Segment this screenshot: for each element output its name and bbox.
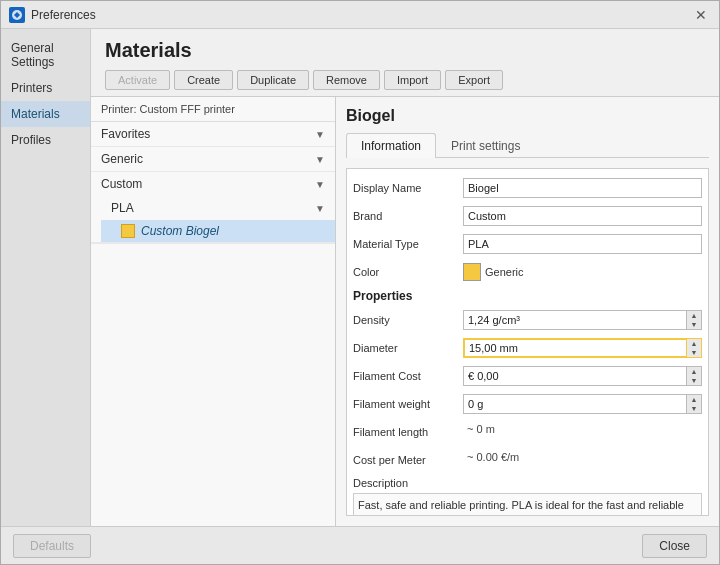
color-control: Generic [463, 263, 524, 281]
export-button[interactable]: Export [445, 70, 503, 90]
tree-group-favorites-label: Favorites [101, 127, 150, 141]
tree-item-custom-biogel[interactable]: Custom Biogel [101, 220, 335, 242]
density-label: Density [353, 314, 463, 326]
filament-cost-spinner-buttons: ▲ ▼ [686, 366, 702, 386]
page-title: Materials [105, 39, 705, 62]
brand-row: Brand [353, 205, 702, 227]
sidebar-item-profiles[interactable]: Profiles [1, 127, 90, 153]
preferences-window: Preferences ✕ General Settings Printers … [0, 0, 720, 565]
color-value: Generic [485, 266, 524, 278]
filament-weight-row: Filament weight ▲ ▼ [353, 393, 702, 415]
material-title: Biogel [346, 107, 709, 125]
tree-group-favorites-header[interactable]: Favorites ▼ [91, 122, 335, 146]
filament-weight-down-button[interactable]: ▼ [687, 404, 701, 413]
import-button[interactable]: Import [384, 70, 441, 90]
brand-label: Brand [353, 210, 463, 222]
material-type-label: Material Type [353, 238, 463, 250]
main-body: Printer: Custom FFF printer Favorites ▼ [91, 97, 719, 526]
right-panel: Biogel Information Print settings Displa… [336, 97, 719, 526]
filament-length-row: Filament length ~ 0 m [353, 421, 702, 443]
density-down-button[interactable]: ▼ [687, 320, 701, 329]
diameter-up-button[interactable]: ▲ [687, 339, 701, 348]
activate-button[interactable]: Activate [105, 70, 170, 90]
color-label: Color [353, 266, 463, 278]
remove-button[interactable]: Remove [313, 70, 380, 90]
window-title: Preferences [31, 8, 691, 22]
defaults-button[interactable]: Defaults [13, 534, 91, 558]
chevron-favorites-icon: ▼ [315, 129, 325, 140]
chevron-pla-icon: ▼ [315, 203, 325, 214]
main-content: General Settings Printers Materials Prof… [1, 29, 719, 526]
tree-group-generic-header[interactable]: Generic ▼ [91, 147, 335, 171]
display-name-label: Display Name [353, 182, 463, 194]
filament-length-label: Filament length [353, 426, 463, 438]
filament-weight-label: Filament weight [353, 398, 463, 410]
density-spinner: ▲ ▼ [463, 310, 702, 330]
filament-cost-label: Filament Cost [353, 370, 463, 382]
sidebar-item-printers[interactable]: Printers [1, 75, 90, 101]
properties-section-title: Properties [353, 289, 702, 303]
density-up-button[interactable]: ▲ [687, 311, 701, 320]
diameter-label: Diameter [353, 342, 463, 354]
sidebar-item-general-settings[interactable]: General Settings [1, 35, 90, 75]
density-row: Density ▲ ▼ [353, 309, 702, 331]
tree-group-custom: Custom ▼ PLA ▼ [91, 172, 335, 244]
description-label: Description [353, 477, 702, 489]
footer: Defaults Close [1, 526, 719, 564]
material-color-icon [121, 224, 135, 238]
sidebar: General Settings Printers Materials Prof… [1, 29, 91, 526]
material-type-input[interactable] [463, 234, 702, 254]
chevron-generic-icon: ▼ [315, 154, 325, 165]
main-area: Materials Activate Create Duplicate Remo… [91, 29, 719, 526]
left-panel: Printer: Custom FFF printer Favorites ▼ [91, 97, 336, 526]
toolbar: Activate Create Duplicate Remove Import … [105, 70, 705, 90]
titlebar: Preferences ✕ [1, 1, 719, 29]
tree-subgroup-pla-label: PLA [111, 201, 134, 215]
tree-group-favorites: Favorites ▼ [91, 122, 335, 147]
material-tree: Favorites ▼ Generic ▼ [91, 122, 335, 526]
display-name-row: Display Name [353, 177, 702, 199]
cost-per-meter-row: Cost per Meter ~ 0.00 €/m [353, 449, 702, 471]
material-type-row: Material Type [353, 233, 702, 255]
app-icon [9, 7, 25, 23]
filament-cost-up-button[interactable]: ▲ [687, 367, 701, 376]
close-window-button[interactable]: ✕ [691, 5, 711, 25]
form-area: Display Name Brand Material Type [346, 168, 709, 516]
tree-item-label: Custom Biogel [141, 224, 219, 238]
tab-print-settings[interactable]: Print settings [436, 133, 535, 158]
diameter-spinner-buttons: ▲ ▼ [686, 338, 702, 358]
filament-cost-spinner: ▲ ▼ [463, 366, 702, 386]
filament-weight-up-button[interactable]: ▲ [687, 395, 701, 404]
diameter-down-button[interactable]: ▼ [687, 348, 701, 357]
diameter-row: Diameter ▲ ▼ [353, 337, 702, 359]
duplicate-button[interactable]: Duplicate [237, 70, 309, 90]
color-row: Color Generic [353, 261, 702, 283]
density-input[interactable] [463, 310, 686, 330]
tree-group-custom-header[interactable]: Custom ▼ [91, 172, 335, 196]
filament-length-value: ~ 0 m [463, 422, 702, 442]
display-name-input[interactable] [463, 178, 702, 198]
main-header: Materials Activate Create Duplicate Remo… [91, 29, 719, 97]
sidebar-item-materials[interactable]: Materials [1, 101, 90, 127]
cost-per-meter-label: Cost per Meter [353, 454, 463, 466]
filament-weight-input[interactable] [463, 394, 686, 414]
brand-input[interactable] [463, 206, 702, 226]
color-swatch[interactable] [463, 263, 481, 281]
diameter-spinner: ▲ ▼ [463, 338, 702, 358]
filament-cost-down-button[interactable]: ▼ [687, 376, 701, 385]
cost-per-meter-value: ~ 0.00 €/m [463, 450, 702, 470]
filament-cost-input[interactable] [463, 366, 686, 386]
close-button[interactable]: Close [642, 534, 707, 558]
tree-group-generic: Generic ▼ [91, 147, 335, 172]
tree-group-generic-label: Generic [101, 152, 143, 166]
description-text: Fast, safe and reliable printing. PLA is… [353, 493, 702, 516]
chevron-custom-icon: ▼ [315, 179, 325, 190]
tree-subgroup-pla: PLA ▼ Custom Biogel [91, 196, 335, 243]
create-button[interactable]: Create [174, 70, 233, 90]
filament-weight-spinner-buttons: ▲ ▼ [686, 394, 702, 414]
tab-information[interactable]: Information [346, 133, 436, 158]
tree-subgroup-pla-header[interactable]: PLA ▼ [101, 196, 335, 220]
diameter-input[interactable] [463, 338, 686, 358]
tab-bar: Information Print settings [346, 133, 709, 158]
filament-cost-row: Filament Cost ▲ ▼ [353, 365, 702, 387]
